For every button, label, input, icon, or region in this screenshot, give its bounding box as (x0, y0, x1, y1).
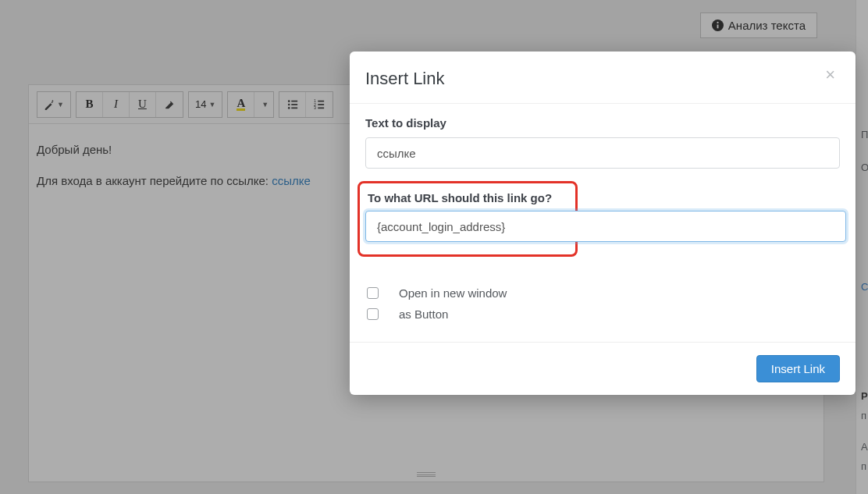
open-new-window-label: Open in new window (399, 286, 507, 300)
as-button-label: as Button (399, 307, 448, 321)
text-to-display-input[interactable] (365, 137, 840, 169)
insert-link-button[interactable]: Insert Link (756, 355, 840, 382)
open-new-window-row: Open in new window (365, 286, 840, 300)
as-button-checkbox[interactable] (367, 308, 379, 320)
text-to-display-field: Text to display (365, 116, 840, 169)
open-new-window-checkbox[interactable] (367, 287, 379, 299)
insert-link-modal: Insert Link × Text to display To what UR… (350, 52, 856, 395)
modal-footer: Insert Link (350, 342, 856, 395)
url-input[interactable] (365, 211, 846, 242)
url-label: To what URL should this link go? (368, 191, 567, 204)
modal-header: Insert Link × (350, 52, 856, 104)
modal-title: Insert Link (365, 69, 445, 89)
as-button-row: as Button (365, 307, 840, 321)
close-icon[interactable]: × (825, 69, 835, 81)
text-to-display-label: Text to display (365, 116, 840, 130)
modal-body: Text to display To what URL should this … (350, 104, 856, 342)
